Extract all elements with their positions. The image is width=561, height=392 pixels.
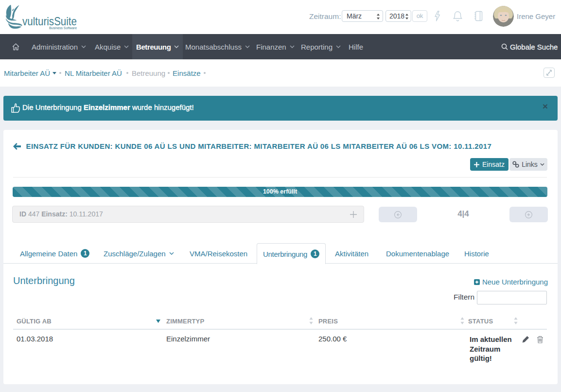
svg-text:Business Software: Business Software (49, 26, 77, 30)
